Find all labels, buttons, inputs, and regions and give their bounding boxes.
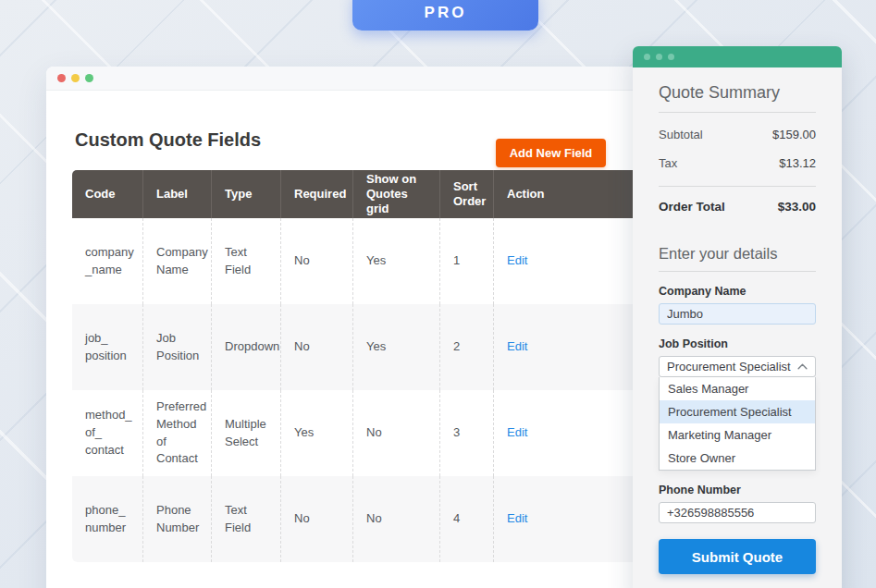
subtotal-value: $159.00 [772,128,816,141]
cell-code: job_​position [72,304,142,390]
edit-link[interactable]: Edit [507,425,527,439]
cell-sort-order: 3 [439,390,493,476]
cell-required: No [280,218,352,304]
phone-number-label: Phone Number [659,484,816,496]
cell-sort-order: 4 [439,476,493,562]
table-row: company_​name Company Name Text Field No… [72,218,670,304]
cell-required: No [280,476,352,562]
job-position-listbox: Sales Manager Procurement Specialist Mar… [659,377,816,471]
cell-label: Company Name [142,218,211,304]
chevron-up-icon [797,363,808,370]
job-position-label: Job Position [659,337,816,350]
edit-link[interactable]: Edit [507,339,527,353]
submit-quote-button[interactable]: Submit Quote [659,539,816,574]
tax-row: Tax $13.12 [659,156,816,170]
panel-dot-icon [644,54,650,60]
option-marketing-manager[interactable]: Marketing Manager [660,423,815,447]
custom-fields-window: Custom Quote Fields Add New Field Code L… [46,67,670,588]
option-sales-manager[interactable]: Sales Manager [660,377,815,400]
option-store-owner[interactable]: Store Owner [660,447,815,470]
edit-link[interactable]: Edit [507,511,527,525]
edit-link[interactable]: Edit [507,253,527,267]
column-header-type: Type [211,170,280,218]
window-header: Custom Quote Fields Add New Field [46,91,670,151]
order-total-label: Order Total [659,200,725,214]
cell-code: method_​of_​contact [72,390,142,476]
option-procurement-specialist[interactable]: Procurement Specialist [660,400,815,423]
cell-type: Text Field [211,218,280,304]
details-title: Enter your details [659,245,816,272]
table-row: method_​of_​contact Preferred Method of … [72,390,670,476]
table-row: phone_​number Phone Number Text Field No… [72,476,670,562]
panel-titlebar [633,46,842,67]
pro-badge: PRO [352,0,538,31]
column-header-show-grid: Show on Quotes grid [352,170,439,218]
phone-number-input[interactable] [659,502,816,523]
cell-label: Phone Number [142,476,211,562]
order-total-row: Order Total $33.00 [659,200,816,214]
cell-show-grid: No [352,476,439,562]
tax-label: Tax [659,156,677,170]
table-row: job_​position Job Position Dropdown No Y… [72,304,670,390]
panel-dot-icon [668,54,674,60]
zoom-button[interactable] [85,74,93,82]
cell-type: Multiple Select [211,390,280,476]
job-position-selected-value: Procurement Specialist [667,360,791,374]
summary-divider [659,186,816,187]
cell-code: company_​name [72,218,142,304]
cell-required: No [280,304,352,390]
panel-dot-icon [656,54,662,60]
cell-type: Dropdown [211,304,280,390]
column-header-required: Required [280,170,352,218]
cell-show-grid: Yes [352,304,439,390]
tax-value: $13.12 [779,156,816,170]
cell-label: Preferred Method of Contact [142,390,211,476]
cell-show-grid: No [352,390,439,476]
table-header: Code Label Type Required Show on Quotes … [72,170,670,218]
close-button[interactable] [57,74,66,82]
quote-fields-table: Code Label Type Required Show on Quotes … [72,170,670,562]
company-name-label: Company Name [659,285,816,298]
order-total-value: $33.00 [778,200,816,214]
cell-code: phone_​number [72,476,142,562]
cell-sort-order: 2 [439,304,493,390]
column-header-sort-order: Sort Order [439,170,493,218]
company-name-input[interactable] [659,303,816,325]
add-new-field-button[interactable]: Add New Field [496,139,606,167]
quote-summary-title: Quote Summary [659,83,816,113]
cell-sort-order: 1 [439,218,493,304]
job-position-select[interactable]: Procurement Specialist [659,356,816,377]
quote-summary-panel: Quote Summary Subtotal $159.00 Tax $13.1… [633,46,842,588]
desktop-background: PRO Custom Quote Fields Add New Field Co… [0,0,876,588]
cell-show-grid: Yes [352,218,439,304]
column-header-code: Code [72,170,142,218]
cell-required: Yes [280,390,352,476]
column-header-label: Label [142,170,211,218]
subtotal-label: Subtotal [659,128,703,141]
minimize-button[interactable] [71,74,80,82]
pro-badge-label: PRO [425,4,467,22]
window-titlebar [46,67,670,91]
cell-label: Job Position [142,304,211,390]
subtotal-row: Subtotal $159.00 [659,128,816,141]
cell-type: Text Field [211,476,280,562]
